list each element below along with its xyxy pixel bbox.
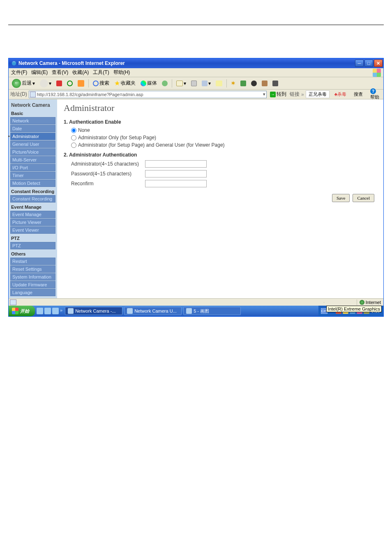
ql-chevron-icon[interactable]: »: [60, 308, 62, 314]
sidebar-item-constant-recording[interactable]: Constant Recording: [10, 195, 55, 203]
sobar-button[interactable]: 正兄杀毒: [306, 90, 330, 98]
sidebar-item-event-viewer[interactable]: Event Viewer: [10, 226, 55, 234]
norton-icon: ✶: [231, 80, 235, 86]
refresh-icon: [67, 81, 73, 86]
sidebar-item-network[interactable]: Network: [10, 117, 55, 124]
reconfirm-input[interactable]: [145, 180, 207, 187]
ql-desktop-icon[interactable]: [44, 308, 51, 314]
media-button[interactable]: 媒体: [139, 79, 159, 88]
stop-button[interactable]: [55, 80, 64, 87]
radio-admin-general-input[interactable]: [71, 143, 76, 148]
content-area: Network Camera BasicNetworkDateAdministr…: [9, 99, 383, 298]
print-icon: [191, 81, 197, 86]
sidebar-item-general-user[interactable]: General User: [10, 140, 55, 148]
sidebar-group-constant-recording: Constant Recording: [10, 187, 55, 195]
history-button[interactable]: [160, 80, 169, 87]
refresh-button[interactable]: [65, 80, 74, 87]
save-button[interactable]: Save: [332, 194, 350, 202]
dropdown-icon[interactable]: ▾: [263, 92, 265, 97]
search-button[interactable]: 搜索: [91, 79, 111, 88]
sidebar-item-administrator[interactable]: Administrator: [10, 133, 55, 140]
task-ie-icon: [68, 308, 74, 314]
mail-button[interactable]: ▾: [175, 80, 188, 87]
toolbar-sep-2: [172, 79, 172, 88]
ql-media-icon[interactable]: [52, 308, 59, 314]
sidebar-item-update-firmware[interactable]: Update Firmware: [10, 281, 55, 288]
menu-edit[interactable]: 编辑(E): [31, 69, 48, 76]
menu-file[interactable]: 文件(F): [11, 69, 27, 76]
extra-button-5[interactable]: [271, 80, 280, 87]
menu-help[interactable]: 帮助(H): [113, 69, 130, 76]
tray-tooltip: Intel(R) Extreme Graphics: [326, 306, 382, 312]
address-input[interactable]: http://192.168.1.82/cgi/adminframe?Page=…: [29, 91, 267, 98]
sou-button[interactable]: 搜查: [351, 91, 365, 98]
cancel-button[interactable]: Cancel: [353, 194, 374, 202]
sidebar-item-multi-server[interactable]: Multi-Server: [10, 156, 55, 164]
sidebar-item-io-port[interactable]: I/O Port: [10, 164, 55, 171]
close-button[interactable]: ✕: [374, 60, 383, 67]
sidebar-item-system-information[interactable]: System Information: [10, 273, 55, 281]
sidebar-item-motion-detect[interactable]: Motion Detect: [10, 180, 55, 187]
menu-tools[interactable]: 工具(T): [93, 69, 109, 76]
sidebar-item-date[interactable]: Date: [10, 125, 55, 132]
favorites-button[interactable]: ★收藏夹: [113, 78, 137, 88]
print-button[interactable]: [189, 80, 198, 87]
maximize-button[interactable]: □: [364, 60, 373, 67]
radio-admin-general-label: Administrator (for Setup Page) and Gener…: [78, 142, 225, 148]
radio-none-input[interactable]: [71, 128, 76, 133]
sidebar-item-picture-voice[interactable]: Picture/Voice: [10, 148, 55, 156]
task-word[interactable]: Network Camera U...: [124, 307, 182, 315]
sidebar-item-ptz[interactable]: PTZ: [10, 242, 55, 249]
administrator-label: Administrator(4~15 characters): [71, 161, 145, 167]
address-url: http://192.168.1.82/cgi/adminframe?Page=…: [37, 92, 143, 97]
radio-admin-general[interactable]: Administrator (for Setup Page) and Gener…: [71, 142, 377, 148]
ql-ie-icon[interactable]: [37, 308, 43, 314]
sidebar-item-restart[interactable]: Restart: [10, 258, 55, 265]
radio-none[interactable]: None: [71, 127, 377, 133]
sidebar-title: Network Camera: [10, 101, 55, 109]
menu-view[interactable]: 查看(V): [52, 69, 68, 76]
extra-button-2[interactable]: [239, 80, 248, 87]
home-button[interactable]: [76, 79, 86, 88]
extra-button-4[interactable]: [260, 80, 269, 87]
task-paint[interactable]: 5 - 画图: [183, 307, 241, 315]
back-button[interactable]: 后退 ▾: [10, 78, 37, 89]
quick-launch: »: [35, 308, 64, 314]
start-button[interactable]: 开始: [9, 306, 35, 316]
menu-favorites[interactable]: 收藏(A): [72, 69, 89, 76]
reconfirm-label: Reconfirm: [71, 181, 145, 187]
book-icon: [262, 81, 267, 86]
help-button[interactable]: ?帮助: [368, 88, 382, 101]
address-bar: 地址(D) http://192.168.1.82/cgi/adminframe…: [9, 90, 383, 99]
ie-icon: [11, 60, 17, 66]
password-input[interactable]: [145, 170, 207, 177]
back-icon: [12, 79, 21, 88]
top-rule: [8, 25, 384, 25]
task-word-icon: [127, 308, 133, 314]
administrator-input[interactable]: [145, 160, 207, 168]
button-row: Save Cancel: [64, 194, 377, 202]
links-label[interactable]: 链接: [290, 91, 300, 98]
star-icon: ★: [114, 79, 120, 87]
sidebar-item-event-manage[interactable]: Event Manage: [10, 211, 55, 218]
sidebar-item-language[interactable]: Language: [10, 289, 55, 296]
go-button[interactable]: →转到: [268, 90, 288, 98]
task-ie[interactable]: Network Camera -...: [65, 307, 122, 315]
kill-button[interactable]: ♣杀毒: [332, 91, 349, 98]
sidebar-group-event-manage: Event Manage: [10, 203, 55, 210]
sidebar-item-reset-settings[interactable]: Reset Settings: [10, 265, 55, 273]
radio-admin-only[interactable]: Administrator Only (for Setup Page): [71, 135, 377, 140]
edit-button[interactable]: ▾: [200, 80, 212, 87]
extra-button-3[interactable]: [249, 80, 258, 87]
sidebar-item-picture-viewer[interactable]: Picture Viewer: [10, 219, 55, 226]
task-word-label: Network Camera U...: [134, 309, 177, 313]
discuss-button[interactable]: [214, 80, 224, 87]
sidebar-item-timer[interactable]: Timer: [10, 172, 55, 179]
ie-window: Network Camera - Microsoft Internet Expl…: [8, 58, 384, 317]
extra-button-1[interactable]: ✶: [229, 79, 237, 87]
radio-admin-only-input[interactable]: [71, 135, 76, 140]
forward-button[interactable]: ▾: [38, 78, 53, 88]
minimize-button[interactable]: ─: [355, 60, 364, 67]
statusbar: Internet Intel(R) Extreme Graphics: [9, 298, 383, 306]
chevron-icon[interactable]: »: [301, 92, 304, 97]
